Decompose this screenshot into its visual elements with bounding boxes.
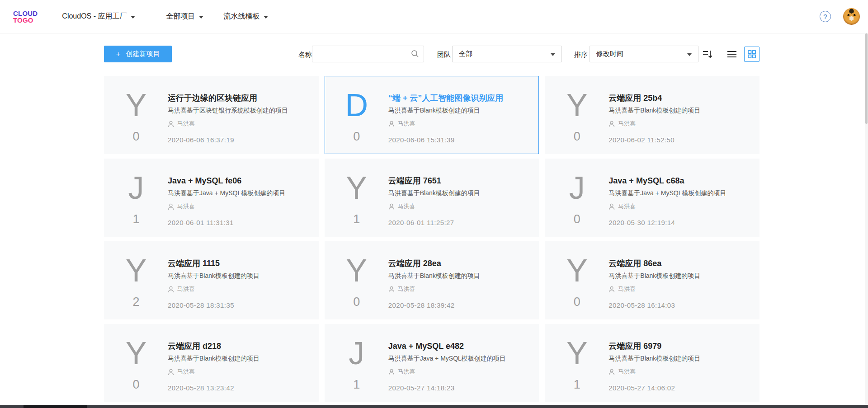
caret-down-icon [687,53,692,56]
project-modified-time: 2020-05-27 14:18:23 [388,384,528,392]
project-owner: 马洪喜 [618,202,636,211]
project-description: 马洪喜基于Java + MySQL模板创建的项目 [609,189,748,197]
nav-cloudos-label: CloudOS - 应用工厂 [62,12,127,21]
project-title[interactable]: 云端应用 7651 [388,176,528,185]
nav-all-projects[interactable]: 全部项目 [166,12,203,21]
caret-down-icon [551,53,555,56]
project-letter-avatar: J [128,174,144,202]
project-card[interactable]: Y 0 云端应用 25b4 马洪喜基于Blank模板创建的项目 马洪喜 2020… [545,76,760,154]
project-title[interactable]: 运行于边缘的区块链应用 [168,94,307,103]
user-avatar[interactable] [843,8,860,25]
nav-all-projects-label: 全部项目 [166,12,195,21]
project-count-badge: 0 [353,295,360,309]
caret-down-icon [264,16,268,19]
project-description: 马洪喜基于Blank模板创建的项目 [609,355,748,363]
project-count-badge: 0 [132,378,139,392]
project-owner: 马洪喜 [177,285,195,293]
project-count-badge: 0 [574,212,580,226]
project-letter-avatar: Y [126,340,147,367]
project-letter-avatar: Y [566,92,588,119]
project-title[interactable]: Java + MySQL c68a [609,176,748,185]
sort-label: 排序 [574,51,588,59]
project-title[interactable]: Java + MySQL e482 [388,342,528,351]
project-title[interactable]: 云端应用 25b4 [609,94,748,103]
project-owner: 马洪喜 [398,368,415,376]
project-title[interactable]: “端 + 云”人工智能图像识别应用 [388,94,528,103]
nav-pipeline-templates[interactable]: 流水线模板 [223,12,268,21]
project-description: 马洪喜基于区块链银行系统模板创建的项目 [168,107,307,115]
project-title[interactable]: 云端应用 86ea [609,259,748,268]
team-select-value: 全部 [459,50,472,58]
project-modified-time: 2020-06-01 11:25:27 [388,219,528,226]
project-owner: 马洪喜 [618,285,636,293]
project-modified-time: 2020-05-30 12:19:14 [609,219,748,226]
team-select[interactable]: 全部 [452,46,562,62]
person-icon [609,369,615,375]
project-description: 马洪喜基于Java + MySQL模板创建的项目 [168,189,307,197]
project-modified-time: 2020-06-06 15:31:39 [388,136,528,144]
project-modified-time: 2020-05-28 16:14:03 [609,301,748,309]
sort-select-value: 修改时间 [596,50,623,58]
project-description: 马洪喜基于Blank模板创建的项目 [388,189,528,197]
project-card[interactable]: Y 0 云端应用 28ea 马洪喜基于Blank模板创建的项目 马洪喜 2020… [325,241,539,319]
sort-select[interactable]: 修改时间 [590,46,698,62]
project-card[interactable]: Y 1 云端应用 7651 马洪喜基于Blank模板创建的项目 马洪喜 2020… [325,159,539,237]
sort-descending-icon[interactable] [702,48,713,62]
project-owner: 马洪喜 [177,368,195,376]
nav-cloudos-app-factory[interactable]: CloudOS - 应用工厂 [62,12,135,21]
list-view-icon[interactable] [726,48,738,62]
project-count-badge: 0 [574,295,580,309]
project-owner: 马洪喜 [618,120,636,128]
project-letter-avatar: Y [126,257,147,284]
create-new-project-button[interactable]: + 创建新项目 [104,46,172,62]
vertical-scrollbar-thumb[interactable] [865,33,868,124]
project-modified-time: 2020-06-02 11:52:50 [609,136,748,144]
project-title[interactable]: 云端应用 1115 [168,259,307,268]
team-filter-label: 团队 [437,51,451,59]
project-card[interactable]: D 0 “端 + 云”人工智能图像识别应用 马洪喜基于Blank模板创建的项目 … [325,76,539,154]
project-count-badge: 0 [132,130,139,144]
person-icon [168,121,174,127]
project-letter-avatar: Y [566,340,588,367]
project-title[interactable]: Java + MySQL fe06 [168,176,307,185]
horizontal-scrollbar-thumb[interactable] [24,405,87,408]
help-icon[interactable]: ? [820,11,831,22]
project-card[interactable]: Y 0 云端应用 86ea 马洪喜基于Blank模板创建的项目 马洪喜 2020… [545,241,760,319]
project-card[interactable]: Y 0 运行于边缘的区块链应用 马洪喜基于区块链银行系统模板创建的项目 马洪喜 … [104,76,319,154]
person-icon [388,121,395,127]
search-icon[interactable] [410,49,420,60]
project-owner: 马洪喜 [398,202,415,211]
name-filter-label: 名称 [298,51,312,59]
name-search-input[interactable] [312,46,424,62]
project-letter-avatar: D [345,92,368,119]
project-description: 马洪喜基于Blank模板创建的项目 [168,272,307,280]
project-owner: 马洪喜 [618,368,636,376]
project-modified-time: 2020-05-28 18:39:42 [388,301,528,309]
logo-line-cloud: CLOUD [13,10,38,17]
project-card[interactable]: J 0 Java + MySQL c68a 马洪喜基于Java + MySQL模… [545,159,760,237]
project-card[interactable]: J 1 Java + MySQL e482 马洪喜基于Java + MySQL模… [325,324,539,402]
project-modified-time: 2020-05-27 14:06:02 [609,384,748,392]
person-icon [168,286,174,293]
caret-down-icon [131,16,135,19]
grid-view-icon[interactable] [744,47,760,62]
project-modified-time: 2020-06-06 16:37:19 [168,136,307,144]
project-owner: 马洪喜 [177,120,195,128]
project-card[interactable]: Y 0 云端应用 d218 马洪喜基于Blank模板创建的项目 马洪喜 2020… [104,324,319,402]
project-letter-avatar: J [349,340,364,367]
project-description: 马洪喜基于Blank模板创建的项目 [609,107,748,115]
project-letter-avatar: J [569,174,585,202]
project-card[interactable]: Y 2 云端应用 1115 马洪喜基于Blank模板创建的项目 马洪喜 2020… [104,241,319,319]
project-description: 马洪喜基于Blank模板创建的项目 [168,355,307,363]
name-search [312,46,424,62]
project-title[interactable]: 云端应用 6979 [609,342,748,351]
project-title[interactable]: 云端应用 28ea [388,259,528,268]
person-icon [388,369,395,375]
project-card[interactable]: Y 1 云端应用 6979 马洪喜基于Blank模板创建的项目 马洪喜 2020… [545,324,760,402]
vertical-scrollbar[interactable] [865,33,868,405]
person-icon [609,203,615,210]
horizontal-scrollbar[interactable] [0,405,868,408]
project-count-badge: 2 [132,295,139,309]
project-title[interactable]: 云端应用 d218 [168,342,307,351]
project-card[interactable]: J 1 Java + MySQL fe06 马洪喜基于Java + MySQL模… [104,159,319,237]
